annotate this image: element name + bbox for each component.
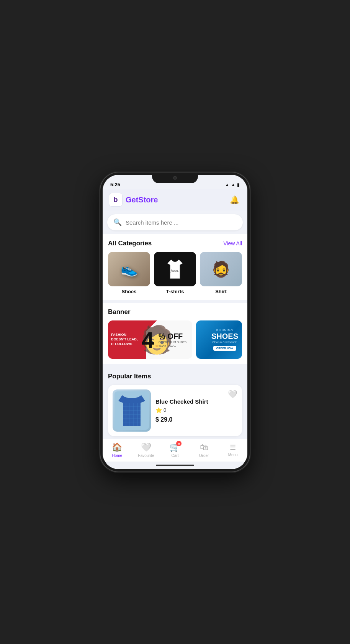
product-name-1: Blue Checked Shirt xyxy=(155,398,237,405)
popular-items-section: Popular Items xyxy=(103,367,247,439)
home-icon: 🏠 xyxy=(112,442,122,452)
categories-view-all[interactable]: View All xyxy=(223,240,242,246)
categories-section: All Categories View All 👟 Shoes xyxy=(103,234,247,300)
favourite-label: Favourite xyxy=(138,453,154,458)
banner-shop-now: SHOP NOW ● xyxy=(159,345,186,348)
nav-cart[interactable]: 🛒 0 Cart xyxy=(160,442,190,458)
cart-badge: 0 xyxy=(176,441,182,446)
search-input[interactable] xyxy=(126,219,237,226)
shirt-label: Shirt xyxy=(215,289,227,294)
star-icon-1: ⭐ xyxy=(155,407,162,413)
popular-title: Popular Items xyxy=(108,373,151,380)
shoes-image: 👟 xyxy=(108,252,150,286)
svg-text:focus.: focus. xyxy=(170,269,178,273)
order-icon: 🛍 xyxy=(200,442,208,452)
categories-grid: 👟 Shoes focus. xyxy=(108,252,242,294)
status-icons: ▲ ▲ ▮ xyxy=(225,182,240,187)
favourite-icon: 🤍 xyxy=(141,442,151,452)
category-tshirts[interactable]: focus. T-shirts xyxy=(154,252,196,294)
app-content[interactable]: 🔍 All Categories View All 👟 Shoes xyxy=(103,210,247,439)
menu-icon: ☰ xyxy=(230,443,236,452)
categories-header: All Categories View All xyxy=(108,240,242,247)
banner-title: Banner xyxy=(108,308,131,316)
banner-fashion[interactable]: FASHIONDOESN'T LEAD,IT FOLLOWS 4 % OFF O… xyxy=(108,320,192,359)
bottom-nav: 🏠 Home 🤍 Favourite 🛒 0 Cart 🛍 Order ☰ xyxy=(103,439,247,462)
product-rating-1: ⭐ 0 xyxy=(155,407,237,413)
product-image-1 xyxy=(113,389,151,432)
popular-header: Popular Items xyxy=(108,373,242,380)
banner-section: Banner FASHIONDOESN'T LEAD,IT FOLLOWS 4 … xyxy=(103,303,247,364)
category-shoes[interactable]: 👟 Shoes xyxy=(108,252,150,294)
banner-header: Banner xyxy=(108,308,242,316)
wifi-icon: ▲ xyxy=(225,182,229,187)
home-label: Home xyxy=(112,453,122,458)
banner-percent-block: % OFF ON PREMIUM SHIRTS SHOP NOW ● xyxy=(159,332,186,348)
search-icon: 🔍 xyxy=(113,218,122,227)
shoes-label: Shoes xyxy=(121,289,136,294)
logo-icon: b xyxy=(109,193,123,207)
product-card-1[interactable]: Blue Checked Shirt ⭐ 0 $ 29.0 🤍 xyxy=(108,385,242,436)
search-bar[interactable]: 🔍 xyxy=(107,214,243,230)
product-price-1: $ 29.0 xyxy=(155,416,237,423)
heart-button-1[interactable]: 🤍 xyxy=(228,389,237,399)
phone-camera xyxy=(173,176,177,180)
header-logo: b GetStore xyxy=(109,193,158,207)
product-info-1: Blue Checked Shirt ⭐ 0 $ 29.0 xyxy=(155,398,237,423)
home-bar xyxy=(156,465,194,466)
banner-number: 4 xyxy=(142,327,154,353)
phone-screen: 5:25 ▲ ▲ ▮ b GetStore 🔔 🔍 xyxy=(103,175,247,469)
menu-label: Menu xyxy=(228,453,238,457)
banner-shoes-main: SHOES xyxy=(211,332,238,341)
status-time: 5:25 xyxy=(110,182,120,187)
shirt-image: 🧔 xyxy=(200,252,242,286)
cart-wrap: 🛒 0 xyxy=(170,442,180,452)
banner-shoes-sub: Clean & Comfortable xyxy=(213,341,237,343)
category-shirt[interactable]: 🧔 Shirt xyxy=(200,252,242,294)
banner-percent-off: % OFF xyxy=(159,332,186,341)
phone-shell: 5:25 ▲ ▲ ▮ b GetStore 🔔 🔍 xyxy=(100,172,250,472)
nav-menu[interactable]: ☰ Menu xyxy=(218,443,247,457)
cart-label: Cart xyxy=(172,453,179,458)
app-header: b GetStore 🔔 xyxy=(103,189,247,210)
categories-title: All Categories xyxy=(108,240,152,247)
banner-fashion-text: FASHIONDOESN'T LEAD,IT FOLLOWS xyxy=(111,333,143,346)
banner-fashion-content: FASHIONDOESN'T LEAD,IT FOLLOWS 4 % OFF O… xyxy=(108,320,192,359)
battery-icon: ▮ xyxy=(237,182,240,187)
signal-icon: ▲ xyxy=(231,182,236,187)
tshirts-label: T-shirts xyxy=(166,289,184,294)
app-name: GetStore xyxy=(126,196,158,204)
bell-icon[interactable]: 🔔 xyxy=(227,193,241,207)
banner-shoes-top: RUNNING xyxy=(216,329,233,332)
banner-order-btn[interactable]: ORDER NOW xyxy=(213,346,236,351)
banner-on-shirts: ON PREMIUM SHIRTS xyxy=(159,341,186,343)
rating-count-1: 0 xyxy=(164,407,166,413)
tshirts-image: focus. xyxy=(154,252,196,286)
nav-favourite[interactable]: 🤍 Favourite xyxy=(132,442,161,458)
home-indicator xyxy=(103,462,247,469)
banner-scroll[interactable]: FASHIONDOESN'T LEAD,IT FOLLOWS 4 % OFF O… xyxy=(108,320,242,359)
order-label: Order xyxy=(199,453,209,458)
nav-order[interactable]: 🛍 Order xyxy=(190,442,219,458)
banner-shoes[interactable]: RUNNING SHOES Clean & Comfortable ORDER … xyxy=(196,320,242,359)
nav-home[interactable]: 🏠 Home xyxy=(103,442,132,458)
